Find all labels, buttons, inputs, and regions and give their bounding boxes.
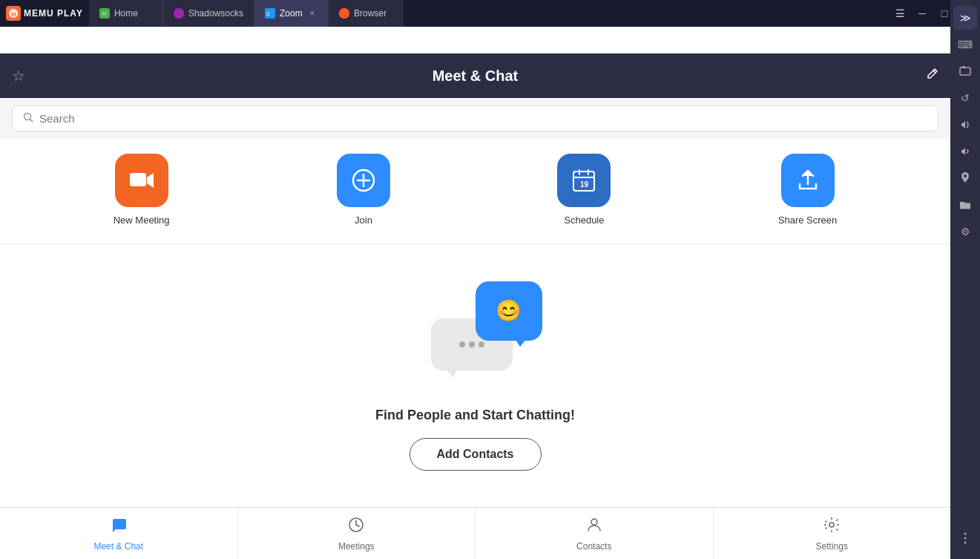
tab-zoom-close[interactable]: ✕ bbox=[307, 8, 318, 19]
search-container bbox=[0, 98, 950, 139]
join-button[interactable]: Join bbox=[337, 154, 390, 226]
join-icon bbox=[337, 154, 390, 207]
main-content: 😊 Find People and Start Chatting! Add Co… bbox=[0, 244, 950, 507]
favorite-star-icon[interactable]: ☆ bbox=[12, 67, 25, 85]
dot-1 bbox=[459, 341, 465, 347]
svg-text:M: M bbox=[11, 11, 16, 18]
more-dots-icon[interactable] bbox=[953, 526, 977, 550]
location-icon[interactable] bbox=[953, 166, 977, 190]
svg-point-28 bbox=[829, 523, 834, 527]
right-sidebar: ≫ ⌨ ↺ ⚙ bbox=[950, 0, 980, 559]
nav-meetings[interactable]: Meetings bbox=[238, 508, 476, 559]
title-bar: M MEMU PLAY H Home Shadowsocks Z Zoom bbox=[0, 0, 980, 27]
dot-3 bbox=[479, 341, 484, 347]
tab-zoom-label: Zoom bbox=[280, 8, 303, 19]
svg-text:Z: Z bbox=[266, 10, 270, 17]
volume-down-icon[interactable] bbox=[953, 140, 977, 163]
actions-row: New Meeting Join 19 Schedule bbox=[0, 139, 950, 244]
chat-illustration: 😊 bbox=[409, 281, 542, 385]
blue-bubble: 😊 bbox=[476, 281, 542, 341]
tab-shadowsocks[interactable]: Shadowsocks bbox=[163, 0, 254, 27]
svg-point-21 bbox=[24, 114, 31, 120]
volume-up-icon[interactable] bbox=[953, 113, 977, 137]
search-input[interactable] bbox=[39, 112, 927, 125]
svg-rect-8 bbox=[960, 68, 970, 75]
nav-settings[interactable]: Settings bbox=[714, 508, 951, 559]
svg-point-11 bbox=[964, 537, 967, 540]
share-screen-button[interactable]: Share Screen bbox=[778, 154, 838, 226]
settings-icon[interactable]: ⚙ bbox=[953, 220, 977, 243]
empty-state-title: Find People and Start Chatting! bbox=[375, 408, 575, 423]
new-meeting-icon bbox=[115, 154, 168, 207]
nav-meet-chat[interactable]: Meet & Chat bbox=[0, 508, 238, 559]
schedule-icon: 19 bbox=[557, 154, 611, 207]
settings-label: Settings bbox=[816, 541, 848, 552]
search-wrapper[interactable] bbox=[12, 105, 938, 131]
svg-point-4 bbox=[174, 8, 184, 19]
menu-button[interactable]: ☰ bbox=[889, 3, 910, 24]
minimize-button[interactable]: ─ bbox=[912, 3, 933, 24]
search-icon bbox=[23, 112, 33, 125]
svg-text:19: 19 bbox=[580, 180, 589, 189]
app-header: ☆ Meet & Chat bbox=[0, 53, 950, 98]
dot-2 bbox=[469, 341, 475, 347]
contacts-label: Contacts bbox=[576, 541, 611, 552]
tab-browser-label: Browser bbox=[354, 8, 387, 19]
app-container: 🔑 bbox=[0, 27, 950, 559]
memu-logo: M MEMU PLAY bbox=[6, 6, 83, 21]
rotate-icon[interactable]: ↺ bbox=[953, 86, 977, 110]
nav-contacts[interactable]: Contacts bbox=[476, 508, 714, 559]
svg-point-7 bbox=[339, 8, 349, 19]
svg-point-12 bbox=[964, 542, 967, 544]
meetings-label: Meetings bbox=[338, 541, 375, 552]
schedule-label: Schedule bbox=[564, 215, 604, 226]
new-meeting-button[interactable]: New Meeting bbox=[114, 154, 170, 226]
bottom-nav: Meet & Chat Meetings Contacts bbox=[0, 507, 950, 559]
tab-zoom[interactable]: Z Zoom ✕ bbox=[254, 0, 329, 27]
svg-point-10 bbox=[964, 533, 967, 535]
meet-chat-icon bbox=[110, 516, 128, 538]
folder-icon[interactable] bbox=[953, 193, 977, 217]
collapse-sidebar-icon[interactable]: ≫ bbox=[953, 6, 977, 30]
memu-logo-icon: M bbox=[6, 6, 21, 21]
tab-shadowsocks-label: Shadowsocks bbox=[188, 8, 243, 19]
tab-home-label: Home bbox=[114, 8, 138, 19]
svg-text:H: H bbox=[102, 11, 106, 16]
add-contacts-button[interactable]: Add Contacts bbox=[410, 438, 542, 471]
screenshot-icon[interactable] bbox=[953, 59, 977, 83]
title-bar-left: M MEMU PLAY bbox=[0, 6, 83, 21]
schedule-button[interactable]: 19 Schedule bbox=[557, 154, 611, 226]
svg-point-27 bbox=[591, 519, 597, 525]
edit-icon[interactable] bbox=[925, 68, 938, 85]
settings-nav-icon bbox=[823, 516, 841, 538]
meetings-icon bbox=[347, 516, 365, 538]
share-screen-label: Share Screen bbox=[778, 215, 838, 226]
new-meeting-label: New Meeting bbox=[114, 215, 170, 226]
svg-rect-22 bbox=[130, 173, 146, 186]
app-title: Meet & Chat bbox=[433, 68, 519, 85]
memu-logo-text: MEMU PLAY bbox=[24, 8, 83, 19]
tab-browser[interactable]: Browser bbox=[329, 0, 403, 27]
contacts-icon bbox=[585, 516, 603, 538]
smiley-icon: 😊 bbox=[496, 298, 522, 323]
keyboard-icon[interactable]: ⌨ bbox=[953, 33, 977, 56]
tab-home[interactable]: H Home bbox=[89, 0, 163, 27]
tabs-container: H Home Shadowsocks Z Zoom ✕ Browser bbox=[89, 0, 403, 27]
join-label: Join bbox=[355, 215, 372, 226]
share-screen-icon bbox=[781, 154, 835, 207]
svg-rect-9 bbox=[962, 66, 965, 68]
meet-chat-label: Meet & Chat bbox=[93, 541, 143, 552]
